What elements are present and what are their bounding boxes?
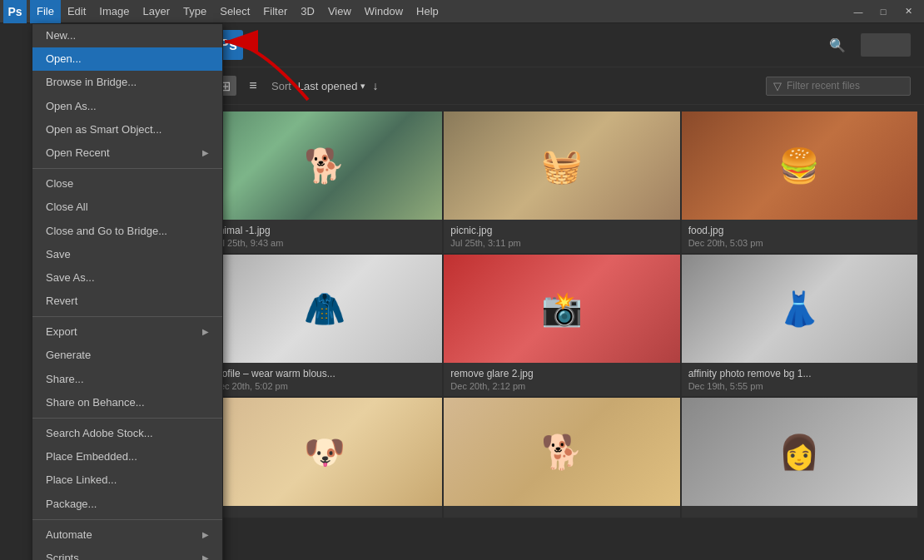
menu-close-all[interactable]: Close All — [32, 196, 222, 219]
image-date: Dec 19th, 5:55 pm — [688, 381, 911, 391]
menu-filter[interactable]: Filter — [256, 0, 294, 23]
sort-direction-icon[interactable]: ↓ — [372, 79, 378, 92]
separator-2 — [32, 316, 222, 317]
menu-file[interactable]: File — [30, 0, 61, 23]
image-thumbnail: 🍔 — [682, 112, 917, 220]
image-name: remove glare 2.jpg — [450, 368, 673, 379]
menu-browse-bridge[interactable]: Browse in Bridge... — [32, 71, 222, 94]
menu-save-as[interactable]: Save As... — [32, 266, 222, 290]
menu-help[interactable]: Help — [410, 0, 445, 23]
image-info: food.jpg Dec 20th, 5:03 pm — [682, 220, 917, 253]
menu-scripts[interactable]: Scripts ▶ — [32, 547, 222, 560]
menu-generate[interactable]: Generate — [32, 344, 222, 367]
app-logo: Ps — [3, 0, 27, 23]
image-name: profile – wear warm blous... — [213, 368, 435, 379]
menu-open-recent[interactable]: Open Recent ▶ — [32, 141, 222, 165]
filter-input[interactable] — [787, 80, 903, 92]
image-date: Jul 25th, 3:11 pm — [450, 238, 673, 248]
image-info: profile – wear warm blous... Dec 20th, 5… — [206, 363, 442, 396]
list-item[interactable]: 🧺 picnic.jpg Jul 25th, 3:11 pm — [444, 112, 679, 253]
menu-search-adobe-stock[interactable]: Search Adobe Stock... — [32, 422, 222, 445]
image-date: Dec 20th, 5:03 pm — [688, 238, 911, 248]
list-item[interactable]: 🍔 food.jpg Dec 20th, 5:03 pm — [682, 112, 917, 253]
content-header: Ps 🔍 — [200, 23, 924, 67]
submenu-arrow: ▶ — [202, 147, 209, 159]
image-name: food.jpg — [688, 225, 911, 236]
menu-place-embedded[interactable]: Place Embedded... — [32, 445, 222, 468]
menu-layer[interactable]: Layer — [137, 0, 177, 23]
menu-select[interactable]: Select — [213, 0, 256, 23]
image-info: remove glare 2.jpg Dec 20th, 2:12 pm — [444, 363, 679, 396]
image-date: Jul 25th, 9:43 am — [213, 238, 435, 248]
image-date: Dec 20th, 2:12 pm — [450, 381, 673, 391]
main-content: Ps 🔍 ⊞ ≡ Sort Last opened ▾ ↓ ▽ 🐕 animal… — [200, 23, 924, 560]
image-thumbnail: 👗 — [682, 255, 917, 363]
search-button[interactable]: 🔍 — [824, 32, 851, 58]
minimize-button[interactable]: — — [846, 0, 871, 23]
menu-edit[interactable]: Edit — [61, 0, 92, 23]
menu-share[interactable]: Share... — [32, 368, 222, 391]
menu-image[interactable]: Image — [92, 0, 136, 23]
filter-icon: ▽ — [773, 80, 782, 92]
submenu-arrow-export: ▶ — [202, 326, 209, 338]
sort-bar: ⊞ ≡ Sort Last opened ▾ ↓ ▽ — [200, 67, 924, 105]
image-thumbnail: 🐕 — [444, 398, 679, 506]
image-info: affinity photo remove bg 1... Dec 19th, … — [682, 363, 917, 396]
window-controls: — □ ✕ — [846, 0, 921, 23]
separator-1 — [32, 168, 222, 169]
menu-new[interactable]: New... — [32, 24, 222, 47]
list-item[interactable]: 🐕 — [444, 398, 679, 518]
menu-type[interactable]: Type — [176, 0, 213, 23]
menu-view[interactable]: View — [321, 0, 358, 23]
menu-share-behance[interactable]: Share on Behance... — [32, 391, 222, 414]
image-thumbnail: 📸 — [444, 255, 679, 363]
image-info — [682, 506, 917, 518]
menu-open-as[interactable]: Open As... — [32, 95, 222, 118]
image-info: picnic.jpg Jul 25th, 3:11 pm — [444, 220, 679, 253]
maximize-button[interactable]: □ — [871, 0, 896, 23]
menu-close-go-bridge[interactable]: Close and Go to Bridge... — [32, 220, 222, 243]
menu-close[interactable]: Close — [32, 172, 222, 196]
sort-value[interactable]: Last opened ▾ — [298, 80, 366, 92]
close-button[interactable]: ✕ — [896, 0, 921, 23]
menu-3d[interactable]: 3D — [294, 0, 321, 23]
file-dropdown-menu: New... Open... Browse in Bridge... Open … — [32, 23, 223, 560]
list-item[interactable]: 🐶 — [206, 398, 442, 518]
menu-revert[interactable]: Revert — [32, 290, 222, 313]
image-date: Dec 20th, 5:02 pm — [213, 381, 435, 391]
image-thumbnail: 🧥 — [206, 255, 442, 363]
menu-place-linked[interactable]: Place Linked... — [32, 468, 222, 492]
list-view-toggle[interactable]: ≡ — [241, 76, 265, 96]
sort-chevron-icon: ▾ — [360, 81, 365, 92]
menu-automate[interactable]: Automate ▶ — [32, 523, 222, 547]
sort-value-text: Last opened — [298, 80, 358, 92]
submenu-arrow-scripts: ▶ — [202, 553, 209, 560]
image-info — [444, 506, 679, 518]
separator-3 — [32, 418, 222, 419]
menu-save[interactable]: Save — [32, 243, 222, 266]
list-item[interactable]: 📸 remove glare 2.jpg Dec 20th, 2:12 pm — [444, 255, 679, 396]
image-info: animal -1.jpg Jul 25th, 9:43 am — [206, 220, 442, 253]
image-name: animal -1.jpg — [213, 225, 435, 236]
menubar: Ps File Edit Image Layer Type Select Fil… — [0, 0, 924, 23]
menu-window[interactable]: Window — [358, 0, 410, 23]
image-thumbnail: 🧺 — [444, 112, 679, 220]
image-grid: 🐕 animal -1.jpg Jul 25th, 9:43 am 🧺 picn… — [200, 105, 924, 524]
list-item[interactable]: 🧥 profile – wear warm blous... Dec 20th,… — [206, 255, 442, 396]
sort-label: Sort — [271, 80, 291, 92]
menu-open[interactable]: Open... — [32, 47, 222, 71]
secondary-panel — [861, 33, 911, 57]
image-name: affinity photo remove bg 1... — [688, 368, 911, 379]
image-thumbnail: 👩 — [682, 398, 917, 506]
list-item[interactable]: 👗 affinity photo remove bg 1... Dec 19th… — [682, 255, 917, 396]
separator-4 — [32, 519, 222, 520]
image-thumbnail: 🐕 — [206, 112, 442, 220]
menu-open-smart-object[interactable]: Open as Smart Object... — [32, 118, 222, 141]
list-item[interactable]: 🐕 animal -1.jpg Jul 25th, 9:43 am — [206, 112, 442, 253]
image-thumbnail: 🐶 — [206, 398, 442, 506]
image-info — [206, 506, 442, 518]
menu-export[interactable]: Export ▶ — [32, 320, 222, 344]
list-item[interactable]: 👩 — [682, 398, 917, 518]
menu-package[interactable]: Package... — [32, 493, 222, 516]
image-name: picnic.jpg — [450, 225, 673, 236]
